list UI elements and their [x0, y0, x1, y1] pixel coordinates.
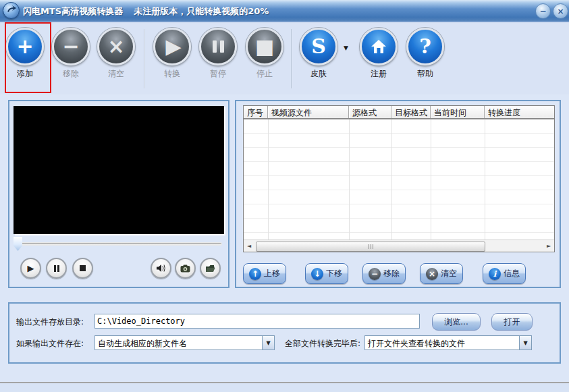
- up-arrow-icon: ↑: [249, 268, 261, 280]
- title-brand: 闪电MTS高清视频转换器: [23, 6, 123, 16]
- column-header-current-time[interactable]: 当前时间: [431, 106, 485, 118]
- remove-item-label: 移除: [383, 268, 400, 279]
- preview-panel: ▶: [8, 100, 229, 288]
- remove-item-button[interactable]: − 移除: [362, 263, 406, 284]
- after-convert-combobox[interactable]: 打开文件夹查看转换的文件 ▼: [364, 335, 532, 350]
- toolbar-separator: [144, 29, 144, 88]
- seek-bar[interactable]: [12, 236, 225, 252]
- player-play-button[interactable]: ▶: [20, 258, 41, 279]
- file-list-panel: 序号 视频源文件 源格式 目标格式 当前时间 转换进度 ◄ ► ↑: [235, 100, 561, 288]
- minimize-icon: −: [539, 7, 546, 16]
- skin-label: 皮肤: [310, 68, 327, 80]
- horizontal-scrollbar[interactable]: ◄ ►: [244, 240, 554, 252]
- speaker-icon: [156, 264, 166, 273]
- title-bar: 闪电MTS高清视频转换器未注册版本，只能转换视频的20% − ×: [0, 0, 569, 23]
- scroll-right-arrow-icon[interactable]: ►: [543, 240, 554, 252]
- title-notice: 未注册版本，只能转换视频的20%: [134, 6, 269, 16]
- output-dir-input[interactable]: [94, 314, 420, 329]
- remove-label: 移除: [63, 68, 79, 80]
- move-up-button[interactable]: ↑ 上移: [243, 263, 286, 284]
- player-open-folder-button[interactable]: [200, 258, 221, 279]
- annotation-highlight-box: [5, 22, 51, 93]
- column-header-target-format[interactable]: 目标格式: [391, 106, 431, 118]
- convert-label: 转换: [164, 68, 180, 80]
- move-down-button[interactable]: ↓ 下移: [305, 263, 348, 284]
- clear-list-button[interactable]: × 清空: [420, 263, 463, 284]
- move-down-label: 下移: [326, 268, 342, 279]
- toolbar-separator: [291, 29, 292, 88]
- status-bar: [0, 383, 569, 392]
- column-header-progress[interactable]: 转换进度: [485, 106, 554, 118]
- window-title: 闪电MTS高清视频转换器未注册版本，只能转换视频的20%: [23, 5, 269, 18]
- pause-label: 暂停: [210, 68, 226, 80]
- help-icon: ?: [406, 28, 444, 65]
- folder-icon: [205, 264, 215, 273]
- down-arrow-icon: ↓: [311, 268, 323, 280]
- table-body-empty[interactable]: [244, 119, 554, 240]
- clear-label: 清空: [108, 68, 124, 80]
- play-icon: ▶: [28, 264, 34, 273]
- if-exists-combobox[interactable]: 自动生成相应的新文件名 ▼: [94, 335, 275, 350]
- toolbar-skin-button[interactable]: S 皮肤: [297, 28, 340, 80]
- pause-icon: [54, 265, 59, 272]
- toolbar-stop-button[interactable]: ■ 停止: [243, 28, 286, 80]
- toolbar-clear-button[interactable]: × 清空: [94, 28, 138, 80]
- column-header-index[interactable]: 序号: [244, 106, 268, 118]
- x-icon: ×: [426, 268, 438, 280]
- column-header-source-file[interactable]: 视频源文件: [268, 106, 349, 118]
- app-icon: [3, 2, 20, 19]
- close-icon: ×: [557, 7, 564, 16]
- camera-icon: [180, 264, 190, 273]
- remove-icon: −: [52, 28, 90, 65]
- skin-dropdown-icon[interactable]: ▼: [344, 45, 348, 51]
- clear-list-label: 清空: [441, 268, 457, 279]
- scrollbar-thumb[interactable]: [256, 242, 485, 252]
- toolbar-pause-button[interactable]: 暂停: [196, 28, 240, 80]
- seek-thumb[interactable]: [13, 237, 22, 251]
- minimize-button[interactable]: −: [535, 3, 551, 19]
- info-label: 信息: [504, 268, 520, 279]
- if-exists-selected-value: 自动生成相应的新文件名: [95, 336, 262, 349]
- pause-icon: [199, 28, 237, 65]
- player-snapshot-button[interactable]: [175, 258, 196, 279]
- toolbar-help-button[interactable]: ? 帮助: [404, 28, 447, 80]
- stop-icon: ■: [246, 28, 283, 65]
- combo-dropdown-icon[interactable]: ▼: [262, 336, 274, 349]
- open-button[interactable]: 打开: [491, 313, 533, 331]
- clear-icon: ×: [97, 28, 135, 65]
- info-icon: i: [489, 268, 501, 280]
- toolbar-remove-button[interactable]: − 移除: [49, 28, 92, 80]
- home-icon: [360, 28, 398, 65]
- minus-icon: −: [369, 268, 381, 280]
- player-volume-button[interactable]: [151, 258, 171, 279]
- seek-track[interactable]: [15, 243, 221, 245]
- toolbar-convert-button[interactable]: ▶ 转换: [151, 28, 194, 80]
- toolbar-register-button[interactable]: 注册: [357, 28, 400, 80]
- after-convert-selected-value: 打开文件夹查看转换的文件: [365, 336, 519, 349]
- player-pause-button[interactable]: [46, 258, 67, 279]
- table-header: 序号 视频源文件 源格式 目标格式 当前时间 转换进度: [244, 106, 554, 119]
- stop-icon: [80, 265, 86, 271]
- register-label: 注册: [371, 68, 387, 80]
- file-list-table[interactable]: 序号 视频源文件 源格式 目标格式 当前时间 转换进度 ◄ ►: [243, 105, 555, 252]
- convert-play-icon: ▶: [153, 28, 191, 65]
- output-settings-panel: 输出文件存放目录: 浏览... 打开 如果输出文件存在: 自动生成相应的新文件名…: [8, 302, 561, 364]
- browse-button[interactable]: 浏览...: [432, 313, 481, 331]
- lightning-arrow-icon: [5, 5, 17, 16]
- toolbar: + 添加 − 移除 × 清空 ▶ 转换 暂停 ■ 停止 S 皮肤 ▼: [0, 22, 569, 94]
- move-up-label: 上移: [264, 268, 280, 279]
- after-convert-label: 全部文件转换完毕后:: [285, 338, 360, 349]
- close-button[interactable]: ×: [553, 3, 568, 19]
- if-exists-label: 如果输出文件存在:: [16, 338, 84, 349]
- skin-icon: S: [300, 28, 337, 65]
- app-window: 闪电MTS高清视频转换器未注册版本，只能转换视频的20% − × + 添加 − …: [0, 0, 569, 392]
- video-preview-screen: [13, 106, 224, 234]
- scroll-left-arrow-icon[interactable]: ◄: [244, 240, 254, 252]
- help-label: 帮助: [417, 68, 433, 80]
- stop-label: 停止: [256, 68, 273, 80]
- output-dir-label: 输出文件存放目录:: [16, 316, 84, 328]
- player-stop-button[interactable]: [72, 258, 93, 279]
- column-header-source-format[interactable]: 源格式: [349, 106, 391, 118]
- combo-dropdown-icon[interactable]: ▼: [519, 336, 531, 349]
- info-button[interactable]: i 信息: [483, 263, 526, 284]
